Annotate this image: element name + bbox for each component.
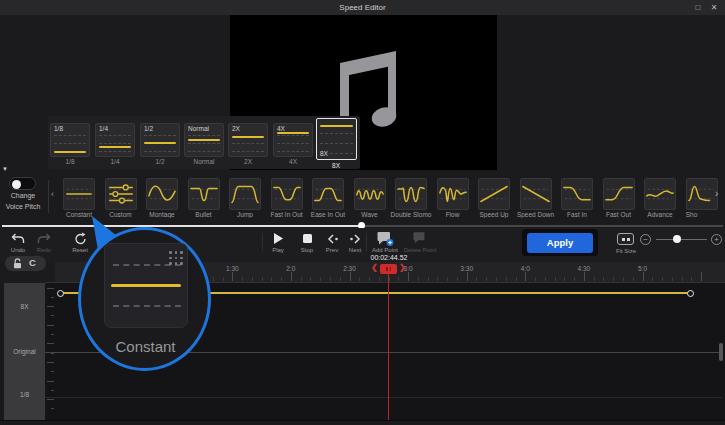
ruler-minor-tick <box>252 277 253 281</box>
zoom-out-icon[interactable]: − <box>640 234 651 245</box>
playhead-step-back-icon[interactable]: ❮ <box>371 263 378 272</box>
speed-level-line <box>144 142 176 144</box>
close-icon[interactable]: ✕ <box>707 0 721 15</box>
delete-point-icon <box>400 231 440 246</box>
ruler-minor-tick <box>330 277 331 281</box>
collapse-arrow-icon[interactable]: ▼ <box>2 166 8 172</box>
ruler-minor-tick <box>672 277 673 281</box>
curve-preset-jump[interactable] <box>229 178 261 210</box>
ruler-time-label: 4:0 <box>521 265 530 272</box>
speed-level-line <box>188 139 220 141</box>
lock-icon[interactable] <box>13 258 22 269</box>
curve-end-handle[interactable] <box>687 290 694 297</box>
playhead-step-forward-icon[interactable]: ❯ <box>399 263 406 272</box>
ruler-minor-tick <box>682 277 683 281</box>
fit-size-dot <box>622 238 625 241</box>
ruler-minor-tick <box>398 277 399 281</box>
drag-dots-icon <box>175 257 178 260</box>
speed-preset-1/8[interactable]: 1/8 <box>50 123 90 157</box>
ruler-minor-tick <box>320 277 321 281</box>
curve-preset-double_slomo[interactable] <box>395 178 427 210</box>
speed-scale-tick <box>47 362 54 363</box>
curve-preset-shock[interactable] <box>686 178 718 210</box>
vertical-scrollbar[interactable] <box>719 343 723 361</box>
curve-preset-fast_out[interactable] <box>603 178 635 210</box>
apply-button[interactable]: Apply <box>527 233 593 253</box>
maximize-icon[interactable]: □ <box>691 0 705 15</box>
speed-card-sublabel: 8X <box>316 162 356 169</box>
scroll-left-icon[interactable]: ‹ <box>51 189 54 199</box>
curve-preset-montage[interactable] <box>146 178 178 210</box>
ruler-minor-tick <box>574 277 575 281</box>
ruler-major-tick <box>232 272 233 281</box>
speed-preset-Normal[interactable]: Normal <box>184 123 224 157</box>
drag-dots-icon <box>169 257 172 260</box>
speed-scale-tick <box>51 371 55 372</box>
ruler-major-tick <box>467 272 468 281</box>
preset-scrollbar-track[interactable] <box>2 225 362 227</box>
voice-pitch-toggle[interactable] <box>9 177 36 190</box>
playhead-line <box>388 274 389 420</box>
ruler-minor-tick <box>594 277 595 281</box>
ruler-major-tick <box>584 272 585 281</box>
curve-preset-flow[interactable] <box>437 178 469 210</box>
zoom-slider-knob[interactable] <box>673 235 681 243</box>
curve-preset-constant[interactable] <box>63 178 95 210</box>
curve-preset-label: Fast In Out <box>265 211 309 218</box>
fit-size-icon[interactable] <box>617 233 634 245</box>
drag-dots-icon <box>180 251 183 254</box>
curve-preset-advance[interactable] <box>644 178 676 210</box>
fit-size-dot <box>627 238 630 241</box>
track-label-1-8: 1/8 <box>4 391 45 398</box>
ruler-minor-tick <box>271 277 272 281</box>
speed-preset-8X[interactable]: 8X <box>316 118 357 160</box>
dashed-gridline <box>320 143 353 144</box>
zoom-in-icon[interactable]: + <box>711 234 722 245</box>
curve-preset-speed_up[interactable] <box>478 178 510 210</box>
speed-card-sublabel: 1/8 <box>50 158 90 165</box>
preset-scrollbar-track-rest[interactable] <box>362 225 723 227</box>
curve-start-handle[interactable] <box>57 290 64 297</box>
drag-dots-icon <box>180 262 183 265</box>
drag-dots-icon <box>175 251 178 254</box>
ruler-major-tick <box>408 272 409 281</box>
curve-preset-fast_in_out[interactable] <box>271 178 303 210</box>
speed-preset-2X[interactable]: 2X <box>228 123 268 157</box>
speed-level-line <box>232 136 264 138</box>
speed-preset-1/2[interactable]: 1/2 <box>140 123 180 157</box>
ruler-minor-tick <box>437 277 438 281</box>
dashed-gridline <box>113 305 181 307</box>
scroll-right-icon[interactable]: › <box>715 188 718 199</box>
speed-card-label: 1/4 <box>99 125 108 132</box>
ruler-minor-tick <box>223 277 224 281</box>
curve-preset-ease_in_out[interactable] <box>312 178 344 210</box>
curve-preset-fast_in[interactable] <box>561 178 593 210</box>
speed-level-line <box>277 132 309 134</box>
curve-preset-bullet[interactable] <box>188 178 220 210</box>
playhead-grip <box>386 267 388 272</box>
curve-preset-label: Flow <box>431 211 475 218</box>
ruler-major-tick <box>701 272 702 281</box>
speed-preset-1/4[interactable]: 1/4 <box>95 123 135 157</box>
speed_down-curve-icon <box>521 179 551 209</box>
curve-preset-custom[interactable] <box>105 178 137 210</box>
dashed-gridline <box>232 143 264 144</box>
add-point-button[interactable]: Add Point <box>365 231 405 253</box>
zoom-slider-track[interactable] <box>656 239 707 240</box>
dashed-gridline <box>277 151 309 152</box>
speed-preset-4X[interactable]: 4X <box>273 123 313 157</box>
ruler-time-label: 2:30 <box>343 265 356 272</box>
callout-label: Constant <box>88 338 203 355</box>
playhead-handle[interactable] <box>380 264 397 275</box>
delete-point-button[interactable]: Delete Point <box>400 231 440 253</box>
dashed-gridline <box>188 143 220 144</box>
redo-button[interactable]: Redo <box>24 231 64 253</box>
curve-mode-icon[interactable]: C <box>29 257 36 268</box>
dashed-gridline <box>232 151 264 152</box>
ruler-minor-tick <box>516 277 517 281</box>
curve-preset-wave[interactable] <box>354 178 386 210</box>
curve-preset-speed_down[interactable] <box>520 178 552 210</box>
speed-level-line <box>99 146 131 148</box>
dashed-gridline <box>188 135 220 136</box>
ruler-minor-tick <box>535 277 536 281</box>
